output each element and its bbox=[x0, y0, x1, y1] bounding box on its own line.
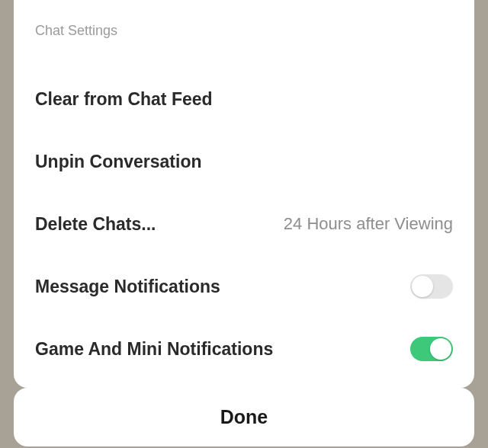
game-mini-notifications-row: Game And Mini Notifications bbox=[35, 318, 453, 380]
unpin-conversation-label: Unpin Conversation bbox=[35, 152, 202, 172]
toggle-knob bbox=[412, 276, 433, 297]
game-mini-notifications-toggle[interactable] bbox=[410, 337, 453, 361]
message-notifications-row: Message Notifications bbox=[35, 255, 453, 318]
delete-chats-label: Delete Chats... bbox=[35, 214, 156, 235]
unpin-conversation-row[interactable]: Unpin Conversation bbox=[35, 130, 453, 193]
message-notifications-label: Message Notifications bbox=[35, 277, 220, 297]
delete-chats-row[interactable]: Delete Chats... 24 Hours after Viewing bbox=[35, 193, 453, 255]
done-button-label: Done bbox=[220, 406, 268, 427]
message-notifications-toggle[interactable] bbox=[410, 274, 453, 299]
chat-settings-sheet: Chat Settings Clear from Chat Feed Unpin… bbox=[14, 0, 474, 388]
delete-chats-value: 24 Hours after Viewing bbox=[284, 214, 453, 234]
game-mini-notifications-label: Game And Mini Notifications bbox=[35, 339, 273, 360]
toggle-knob bbox=[430, 338, 451, 360]
clear-from-chat-feed-row[interactable]: Clear from Chat Feed bbox=[35, 68, 453, 130]
clear-from-chat-feed-label: Clear from Chat Feed bbox=[35, 89, 213, 110]
sheet-title: Chat Settings bbox=[35, 23, 453, 39]
done-button[interactable]: Done bbox=[14, 388, 474, 446]
